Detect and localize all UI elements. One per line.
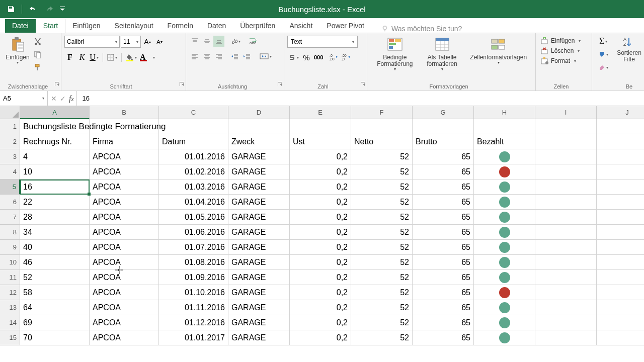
cell-A3[interactable]: 4 [20,149,90,164]
row-header-8[interactable]: 8 [0,225,20,240]
underline-button[interactable]: U▾ [89,52,100,63]
clear-button[interactable]: ▾ [595,62,611,73]
cell-D1[interactable] [228,119,290,134]
row-header-13[interactable]: 13 [0,300,20,315]
cell-D6[interactable]: GARAGE [228,195,290,210]
cell-I15[interactable] [535,330,597,345]
cell-H5[interactable] [474,179,535,195]
cell-D15[interactable]: GARAGE [228,330,290,345]
cell-C4[interactable]: 01.02.2016 [159,164,228,179]
col-header-D[interactable]: D [228,106,290,119]
bold-button[interactable]: F [64,52,75,63]
cell-D8[interactable]: GARAGE [228,225,290,240]
cell-E14[interactable]: 0,2 [290,315,351,330]
italic-button[interactable]: K [76,52,88,63]
clipboard-dialog-launcher[interactable] [54,79,59,88]
cell-I11[interactable] [535,270,597,285]
cell-B3[interactable]: APCOA [90,149,159,164]
orientation-button[interactable]: ab▾ [229,36,242,47]
cell-H4[interactable] [474,164,535,179]
col-header-J[interactable]: J [597,106,644,119]
sort-filter-button[interactable]: AZ Sortieren Filte [617,36,641,63]
cell-H10[interactable] [474,255,535,270]
row-header-4[interactable]: 4 [0,164,20,179]
cell-E11[interactable]: 0,2 [290,270,351,285]
wrap-text-button[interactable]: abc [248,36,259,47]
align-top-button[interactable] [189,36,200,47]
cell-B11[interactable]: APCOA [90,270,159,285]
cell-E1[interactable] [290,119,351,134]
cell-H6[interactable] [474,195,535,210]
row-header-15[interactable]: 15 [0,330,20,345]
increase-indent-button[interactable] [242,51,253,62]
cell-D4[interactable]: GARAGE [228,164,290,179]
percent-format-button[interactable]: % [301,52,312,63]
autosum-button[interactable]: Σ▾ [595,36,611,47]
cell-G2[interactable]: Brutto [413,134,474,149]
cell-I7[interactable] [535,210,597,225]
cell-B13[interactable]: APCOA [90,300,159,315]
cell-F5[interactable]: 52 [351,179,413,195]
cell-I5[interactable] [535,179,597,195]
cell-F8[interactable]: 52 [351,225,413,240]
select-all-corner[interactable] [0,106,20,119]
col-header-F[interactable]: F [351,106,413,119]
tab-ansicht[interactable]: Ansicht [282,19,319,33]
cell-J14[interactable] [597,315,644,330]
col-header-H[interactable]: H [474,106,535,119]
cell-A4[interactable]: 10 [20,164,90,179]
cell-styles-button[interactable]: Zellenformatvorlagen ▾ [464,34,532,74]
qat-customize-button[interactable] [59,2,66,16]
row-header-12[interactable]: 12 [0,285,20,300]
cell-H15[interactable] [474,330,535,345]
font-color-button[interactable]: A▾ [139,52,156,63]
tab-power pivot[interactable]: Power Pivot [319,19,371,33]
cell-B4[interactable]: APCOA [90,164,159,179]
align-middle-button[interactable] [201,36,212,47]
cell-H12[interactable] [474,285,535,300]
cell-B7[interactable]: APCOA [90,210,159,225]
decrease-font-button[interactable]: A▾ [154,36,165,47]
cell-C2[interactable]: Datum [159,134,228,149]
cell-I9[interactable] [535,240,597,255]
cell-C8[interactable]: 01.06.2016 [159,225,228,240]
cut-button[interactable] [32,36,43,47]
cell-A1[interactable]: Buchungsliste Bedingte Formatierung [20,119,90,134]
font-name-combo[interactable]: Calibri▾ [64,36,120,48]
cell-A8[interactable]: 34 [20,225,90,240]
cell-B12[interactable]: APCOA [90,285,159,300]
cell-G5[interactable]: 65 [413,179,474,195]
cell-D11[interactable]: GARAGE [228,270,290,285]
row-header-9[interactable]: 9 [0,240,20,255]
row-header-11[interactable]: 11 [0,270,20,285]
formula-input[interactable]: 16 [77,91,644,106]
increase-font-button[interactable]: A▴ [142,36,153,47]
cell-J8[interactable] [597,225,644,240]
cell-A10[interactable]: 46 [20,255,90,270]
cell-J1[interactable] [597,119,644,134]
cell-E5[interactable]: 0,2 [290,179,351,195]
cell-H8[interactable] [474,225,535,240]
cell-A5[interactable]: 16 [20,179,90,195]
cell-H2[interactable]: Bezahlt [474,134,535,149]
cell-C3[interactable]: 01.01.2016 [159,149,228,164]
cell-J7[interactable] [597,210,644,225]
cell-F14[interactable]: 52 [351,315,413,330]
cell-H7[interactable] [474,210,535,225]
increase-decimal-button[interactable]: ,0,00 [328,52,339,63]
cell-J9[interactable] [597,240,644,255]
cell-G15[interactable]: 65 [413,330,474,345]
cell-B15[interactable]: APCOA [90,330,159,345]
cell-G8[interactable]: 65 [413,225,474,240]
cell-J10[interactable] [597,255,644,270]
merge-button[interactable]: ▾ [259,51,273,62]
row-header-6[interactable]: 6 [0,195,20,210]
cell-I2[interactable] [535,134,597,149]
font-size-combo[interactable]: 11▾ [121,36,141,48]
fx-button[interactable]: fx [69,94,73,103]
cell-F2[interactable]: Netto [351,134,413,149]
cell-I12[interactable] [535,285,597,300]
tab-start[interactable]: Start [36,19,66,33]
cell-A13[interactable]: 64 [20,300,90,315]
tab-daten[interactable]: Daten [200,19,233,33]
